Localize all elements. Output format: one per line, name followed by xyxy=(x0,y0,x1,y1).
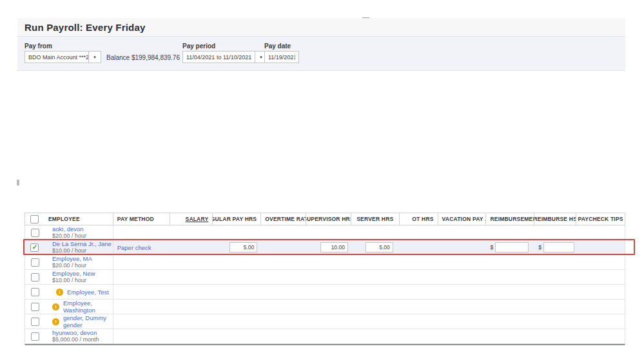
table-header-row: EMPLOYEE PAY METHOD SALARY REGULAR PAY H… xyxy=(24,213,625,225)
row-checkbox[interactable] xyxy=(31,332,39,341)
bracket-artifact xyxy=(17,180,19,186)
reimburse-hs-input[interactable] xyxy=(543,242,574,252)
pay-method-link[interactable]: Paper check xyxy=(117,244,151,251)
warning-icon: ! xyxy=(52,318,59,325)
row-empty-cells xyxy=(113,270,625,284)
row-empty-cells xyxy=(113,300,625,314)
pay-date-label: Pay date xyxy=(264,43,291,50)
pay-period-select[interactable]: 11/04/2021 to 11/10/2021 ▾ xyxy=(182,51,268,63)
reimbursement-input[interactable] xyxy=(495,242,529,252)
salary-cell xyxy=(170,240,213,254)
header-overtime-rate[interactable]: OVERTIME RATE... xyxy=(261,213,306,225)
supervisor-hrs-input[interactable] xyxy=(320,242,348,252)
row-checkbox[interactable] xyxy=(31,229,39,237)
table-row: aoki, devon $20.00 / hour xyxy=(25,225,625,240)
employee-name-link[interactable]: Employee, MA xyxy=(52,255,92,262)
pay-date-input[interactable] xyxy=(264,51,299,63)
header-pay-method[interactable]: PAY METHOD xyxy=(113,213,170,225)
employee-rate: $20.00 / hour xyxy=(52,233,86,240)
table-body: aoki, devon $20.00 / hour ✓ De La Serna … xyxy=(24,225,625,345)
header-regular-pay-hrs[interactable]: REGULAR PAY HRS xyxy=(213,213,261,225)
header-vacation-pay[interactable]: VACATION PAY ... xyxy=(438,213,487,225)
header-supervisor-hrs[interactable]: SUPERVISOR HRS xyxy=(306,213,351,225)
balance-text: Balance $199,984,839.76 xyxy=(106,54,180,61)
row-empty-cells xyxy=(113,285,625,299)
row-empty-cells xyxy=(113,329,625,343)
warning-icon: ! xyxy=(56,289,63,296)
paycheck-tips-cell xyxy=(576,240,625,254)
header-paycheck-tips[interactable]: PAYCHECK TIPS xyxy=(576,213,625,225)
employee-rate: $5,000.00 / month xyxy=(52,336,99,343)
row-checkbox[interactable] xyxy=(31,303,39,311)
table-row: ! Employee, Test xyxy=(25,285,625,300)
header-ot-hrs[interactable]: OT HRS xyxy=(400,213,438,225)
ot-hrs-cell xyxy=(400,240,438,254)
employee-name-link[interactable]: De La Serna Jr., Jane xyxy=(52,240,112,247)
pay-from-select[interactable]: BDO Main Account ***2536 ▾ xyxy=(24,51,101,63)
table-row-selected: ✓ De La Serna Jr., Jane $10.00 / hour Pa… xyxy=(25,240,625,255)
header-salary[interactable]: SALARY xyxy=(170,213,213,225)
table-row: ! gender, Dummy gender xyxy=(25,314,625,329)
table-row: ! Employee, Washington xyxy=(25,300,625,314)
check-icon: ✓ xyxy=(32,244,37,251)
row-checkbox[interactable] xyxy=(31,288,39,296)
row-empty-cells xyxy=(113,314,625,329)
employee-name-link[interactable]: Employee, Test xyxy=(67,289,109,296)
page-title: Run Payroll: Every Friday xyxy=(24,22,146,33)
currency-symbol: $ xyxy=(490,244,493,251)
pay-settings-bar: Pay from BDO Main Account ***2536 ▾ Bala… xyxy=(17,37,625,71)
row-checkbox-checked[interactable]: ✓ xyxy=(30,243,39,252)
row-checkbox[interactable] xyxy=(31,318,39,326)
currency-symbol: $ xyxy=(538,244,542,251)
employee-rate: $10.00 / hour xyxy=(52,277,86,284)
employee-name-link[interactable]: Employee, Washington xyxy=(63,300,113,314)
row-checkbox[interactable] xyxy=(31,273,39,281)
header-employee[interactable]: EMPLOYEE xyxy=(44,213,113,225)
pay-from-label: Pay from xyxy=(24,43,52,50)
payroll-table: EMPLOYEE PAY METHOD SALARY REGULAR PAY H… xyxy=(24,213,625,345)
header-salary-label: SALARY xyxy=(186,216,209,222)
table-row: Employee, New $10.00 / hour xyxy=(25,270,625,285)
employee-name-link[interactable]: gender, Dummy gender xyxy=(63,314,113,329)
employee-rate: $10.00 / hour xyxy=(52,247,86,254)
pay-period-label: Pay period xyxy=(182,43,215,50)
warning-icon: ! xyxy=(52,303,59,310)
row-checkbox[interactable] xyxy=(31,258,39,267)
table-row: Employee, MA $20.00 / hour xyxy=(25,255,625,270)
header-reimburse-hs[interactable]: REIMBURSE HS xyxy=(534,213,576,225)
header-server-hrs[interactable]: SERVER HRS xyxy=(351,213,400,225)
server-hrs-input[interactable] xyxy=(366,242,393,252)
pay-period-value: 11/04/2021 to 11/10/2021 xyxy=(183,54,255,61)
vacation-pay-cell xyxy=(438,240,487,254)
employee-name-link[interactable]: aoki, devon xyxy=(52,225,84,233)
regular-pay-hrs-input[interactable] xyxy=(229,242,257,252)
header-reimbursement[interactable]: REIMBURSEMEN... xyxy=(486,213,534,225)
select-all-cell xyxy=(25,213,44,225)
employee-name-link[interactable]: hyunwoo, devon xyxy=(52,329,97,336)
employee-rate: $20.00 / hour xyxy=(52,262,86,269)
row-empty-cells xyxy=(113,225,625,240)
select-all-checkbox[interactable] xyxy=(30,215,39,224)
run-payroll-page: Run Payroll: Every Friday Pay from BDO M… xyxy=(0,0,644,362)
overtime-rate-cell xyxy=(261,240,306,254)
chevron-down-icon[interactable]: ▾ xyxy=(88,52,101,62)
pay-from-value: BDO Main Account ***2536 xyxy=(25,54,88,61)
table-row: hyunwoo, devon $5,000.00 / month xyxy=(25,329,625,344)
employee-name-link[interactable]: Employee, New xyxy=(52,270,95,277)
row-empty-cells xyxy=(113,255,625,269)
page-header: Run Payroll: Every Friday xyxy=(17,18,625,37)
